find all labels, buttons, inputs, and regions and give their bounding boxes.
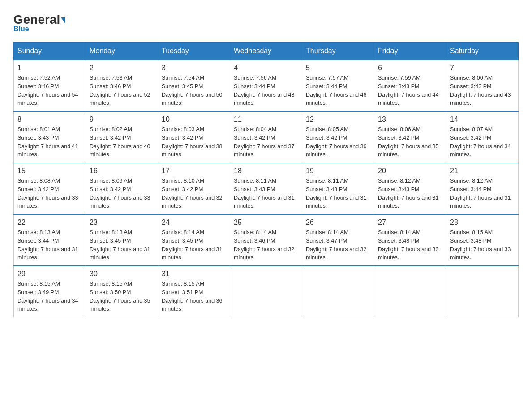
- day-info: Sunrise: 8:11 AMSunset: 3:43 PMDaylight:…: [234, 178, 295, 209]
- calendar-cell: 2 Sunrise: 7:53 AMSunset: 3:46 PMDayligh…: [86, 60, 158, 111]
- calendar-cell: 23 Sunrise: 8:13 AMSunset: 3:45 PMDaylig…: [86, 214, 158, 266]
- calendar-week-row: 1 Sunrise: 7:52 AMSunset: 3:46 PMDayligh…: [14, 60, 519, 111]
- day-number: 2: [90, 64, 154, 72]
- day-number: 3: [162, 64, 226, 72]
- calendar-cell: 29 Sunrise: 8:15 AMSunset: 3:49 PMDaylig…: [14, 266, 86, 317]
- column-header-saturday: Saturday: [446, 43, 519, 60]
- calendar-cell: 20 Sunrise: 8:12 AMSunset: 3:43 PMDaylig…: [374, 163, 446, 214]
- day-info: Sunrise: 8:14 AMSunset: 3:48 PMDaylight:…: [378, 229, 439, 261]
- calendar-cell: 5 Sunrise: 7:57 AMSunset: 3:44 PMDayligh…: [302, 60, 374, 111]
- day-info: Sunrise: 8:12 AMSunset: 3:44 PMDaylight:…: [450, 178, 511, 209]
- logo: General Blue: [13, 13, 65, 33]
- day-info: Sunrise: 8:02 AMSunset: 3:42 PMDaylight:…: [90, 126, 150, 158]
- day-info: Sunrise: 8:10 AMSunset: 3:42 PMDaylight:…: [162, 178, 223, 209]
- day-number: 19: [306, 167, 370, 175]
- day-number: 12: [306, 116, 370, 124]
- column-header-thursday: Thursday: [302, 43, 374, 60]
- calendar-week-row: 22 Sunrise: 8:13 AMSunset: 3:44 PMDaylig…: [14, 214, 519, 266]
- day-number: 28: [450, 218, 515, 227]
- day-number: 10: [162, 116, 226, 124]
- calendar-cell: 26 Sunrise: 8:14 AMSunset: 3:47 PMDaylig…: [302, 214, 374, 266]
- calendar-cell: 18 Sunrise: 8:11 AMSunset: 3:43 PMDaylig…: [230, 163, 302, 214]
- calendar-cell: 24 Sunrise: 8:14 AMSunset: 3:45 PMDaylig…: [158, 214, 230, 266]
- day-number: 30: [90, 270, 154, 278]
- day-info: Sunrise: 8:13 AMSunset: 3:44 PMDaylight:…: [17, 229, 78, 261]
- day-number: 31: [162, 270, 226, 278]
- day-number: 9: [90, 116, 154, 124]
- calendar-cell: 12 Sunrise: 8:05 AMSunset: 3:42 PMDaylig…: [302, 111, 374, 163]
- day-number: 17: [162, 167, 226, 175]
- day-info: Sunrise: 7:52 AMSunset: 3:46 PMDaylight:…: [17, 75, 78, 106]
- calendar-cell: 1 Sunrise: 7:52 AMSunset: 3:46 PMDayligh…: [14, 60, 86, 111]
- calendar-cell: 15 Sunrise: 8:08 AMSunset: 3:42 PMDaylig…: [14, 163, 86, 214]
- column-header-monday: Monday: [86, 43, 158, 60]
- day-info: Sunrise: 8:13 AMSunset: 3:45 PMDaylight:…: [90, 229, 150, 261]
- day-number: 29: [17, 270, 82, 278]
- page-header: General Blue: [13, 13, 519, 33]
- day-info: Sunrise: 8:14 AMSunset: 3:47 PMDaylight:…: [306, 229, 367, 261]
- day-number: 15: [17, 167, 82, 175]
- calendar-cell: 7 Sunrise: 8:00 AMSunset: 3:43 PMDayligh…: [446, 60, 519, 111]
- calendar-cell: 10 Sunrise: 8:03 AMSunset: 3:42 PMDaylig…: [158, 111, 230, 163]
- day-number: 1: [17, 64, 82, 72]
- calendar-table: SundayMondayTuesdayWednesdayThursdayFrid…: [13, 42, 519, 317]
- day-number: 23: [90, 218, 154, 227]
- calendar-cell: 4 Sunrise: 7:56 AMSunset: 3:44 PMDayligh…: [230, 60, 302, 111]
- day-number: 14: [450, 116, 515, 124]
- day-number: 22: [17, 218, 82, 227]
- calendar-cell: 3 Sunrise: 7:54 AMSunset: 3:45 PMDayligh…: [158, 60, 230, 111]
- calendar-week-row: 8 Sunrise: 8:01 AMSunset: 3:43 PMDayligh…: [14, 111, 519, 163]
- day-number: 8: [17, 116, 82, 124]
- column-header-tuesday: Tuesday: [158, 43, 230, 60]
- day-number: 13: [378, 116, 442, 124]
- day-number: 27: [378, 218, 442, 227]
- day-info: Sunrise: 8:15 AMSunset: 3:50 PMDaylight:…: [90, 281, 150, 312]
- day-info: Sunrise: 8:14 AMSunset: 3:46 PMDaylight:…: [234, 229, 295, 261]
- calendar-cell: 25 Sunrise: 8:14 AMSunset: 3:46 PMDaylig…: [230, 214, 302, 266]
- calendar-cell: 31 Sunrise: 8:15 AMSunset: 3:51 PMDaylig…: [158, 266, 230, 317]
- day-number: 25: [234, 218, 298, 227]
- calendar-cell: 11 Sunrise: 8:04 AMSunset: 3:42 PMDaylig…: [230, 111, 302, 163]
- day-number: 16: [90, 167, 154, 175]
- day-info: Sunrise: 8:04 AMSunset: 3:42 PMDaylight:…: [234, 126, 295, 158]
- calendar-cell: 28 Sunrise: 8:15 AMSunset: 3:48 PMDaylig…: [446, 214, 519, 266]
- calendar-cell: 22 Sunrise: 8:13 AMSunset: 3:44 PMDaylig…: [14, 214, 86, 266]
- calendar-cell: 9 Sunrise: 8:02 AMSunset: 3:42 PMDayligh…: [86, 111, 158, 163]
- calendar-cell: 14 Sunrise: 8:07 AMSunset: 3:42 PMDaylig…: [446, 111, 519, 163]
- column-header-sunday: Sunday: [14, 43, 86, 60]
- day-info: Sunrise: 7:59 AMSunset: 3:43 PMDaylight:…: [378, 75, 439, 106]
- day-number: 20: [378, 167, 442, 175]
- day-info: Sunrise: 7:56 AMSunset: 3:44 PMDaylight:…: [234, 75, 295, 106]
- day-info: Sunrise: 8:01 AMSunset: 3:43 PMDaylight:…: [17, 126, 78, 158]
- day-info: Sunrise: 7:54 AMSunset: 3:45 PMDaylight:…: [162, 75, 223, 106]
- day-info: Sunrise: 8:15 AMSunset: 3:51 PMDaylight:…: [162, 281, 223, 312]
- day-info: Sunrise: 8:08 AMSunset: 3:42 PMDaylight:…: [17, 178, 78, 209]
- logo-triangle-icon: [61, 17, 65, 24]
- day-number: 18: [234, 167, 298, 175]
- day-number: 6: [378, 64, 442, 72]
- day-info: Sunrise: 8:15 AMSunset: 3:49 PMDaylight:…: [17, 281, 78, 312]
- day-info: Sunrise: 7:53 AMSunset: 3:46 PMDaylight:…: [90, 75, 150, 106]
- day-number: 11: [234, 116, 298, 124]
- day-info: Sunrise: 8:03 AMSunset: 3:42 PMDaylight:…: [162, 126, 223, 158]
- calendar-cell: 16 Sunrise: 8:09 AMSunset: 3:42 PMDaylig…: [86, 163, 158, 214]
- calendar-cell: 27 Sunrise: 8:14 AMSunset: 3:48 PMDaylig…: [374, 214, 446, 266]
- calendar-cell: 19 Sunrise: 8:11 AMSunset: 3:43 PMDaylig…: [302, 163, 374, 214]
- day-info: Sunrise: 7:57 AMSunset: 3:44 PMDaylight:…: [306, 75, 367, 106]
- logo-blue-text: Blue: [13, 25, 29, 33]
- calendar-cell: 30 Sunrise: 8:15 AMSunset: 3:50 PMDaylig…: [86, 266, 158, 317]
- day-info: Sunrise: 8:00 AMSunset: 3:43 PMDaylight:…: [450, 75, 511, 106]
- calendar-cell: 6 Sunrise: 7:59 AMSunset: 3:43 PMDayligh…: [374, 60, 446, 111]
- column-header-friday: Friday: [374, 43, 446, 60]
- day-info: Sunrise: 8:06 AMSunset: 3:42 PMDaylight:…: [378, 126, 439, 158]
- calendar-week-row: 15 Sunrise: 8:08 AMSunset: 3:42 PMDaylig…: [14, 163, 519, 214]
- calendar-week-row: 29 Sunrise: 8:15 AMSunset: 3:49 PMDaylig…: [14, 266, 519, 317]
- day-number: 7: [450, 64, 515, 72]
- day-number: 24: [162, 218, 226, 227]
- calendar-cell: [230, 266, 302, 317]
- day-number: 21: [450, 167, 515, 175]
- day-info: Sunrise: 8:14 AMSunset: 3:45 PMDaylight:…: [162, 229, 223, 261]
- day-number: 26: [306, 218, 370, 227]
- day-info: Sunrise: 8:15 AMSunset: 3:48 PMDaylight:…: [450, 229, 511, 261]
- column-header-wednesday: Wednesday: [230, 43, 302, 60]
